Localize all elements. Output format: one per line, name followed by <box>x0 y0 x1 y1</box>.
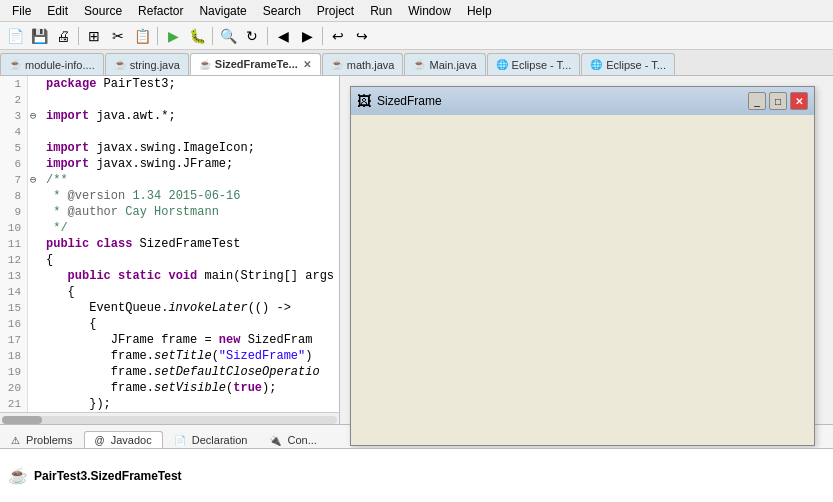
code-editor[interactable]: 1 package PairTest3; 2 3 ⊖ import java.a… <box>0 76 339 424</box>
line-number: 7 <box>0 172 28 188</box>
bottom-tabbar: ⚠ Problems @ Javadoc 📄 Declaration 🔌 Con… <box>0 425 833 449</box>
print-button[interactable]: 🖨 <box>52 25 74 47</box>
line-number: 10 <box>0 220 28 236</box>
bottom-panel: ⚠ Problems @ Javadoc 📄 Declaration 🔌 Con… <box>0 424 833 502</box>
line-number: 13 <box>0 268 28 284</box>
code-line-7: 7 ⊖ /** <box>0 172 339 188</box>
line-content: frame.setDefaultCloseOperatio <box>42 364 339 380</box>
menu-project[interactable]: Project <box>309 2 362 20</box>
tab-console[interactable]: 🔌 Con... <box>258 431 327 448</box>
tab-eclipse-1[interactable]: 🌐 Eclipse - T... <box>487 53 581 75</box>
scrollbar-thumb[interactable] <box>2 416 42 424</box>
code-line-1: 1 package PairTest3; <box>0 76 339 92</box>
tab-problems[interactable]: ⚠ Problems <box>0 431 84 448</box>
code-line-11: 11 public class SizedFrameTest <box>0 236 339 252</box>
code-area[interactable]: 1 package PairTest3; 2 3 ⊖ import java.a… <box>0 76 339 412</box>
tab-console-label: Con... <box>288 434 317 446</box>
redo-button[interactable]: ↪ <box>351 25 373 47</box>
class-icon: ☕ <box>8 466 28 485</box>
menu-search[interactable]: Search <box>255 2 309 20</box>
tab-javadoc[interactable]: @ Javadoc <box>84 431 163 448</box>
code-line-14: 14 { <box>0 284 339 300</box>
tab-sizedframetest[interactable]: ☕ SizedFrameTe... ✕ <box>190 53 321 75</box>
java-file-icon: ☕ <box>331 59 343 70</box>
tab-declaration[interactable]: 📄 Declaration <box>163 431 259 448</box>
copy-button[interactable]: ⊞ <box>83 25 105 47</box>
swing-window-title: SizedFrame <box>377 94 442 108</box>
run-button[interactable]: ▶ <box>162 25 184 47</box>
line-number: 14 <box>0 284 28 300</box>
swing-window-controls: _ □ ✕ <box>748 92 808 110</box>
menu-help[interactable]: Help <box>459 2 500 20</box>
line-content: */ <box>42 220 339 236</box>
code-line-8: 8 * @version 1.34 2015-06-16 <box>0 188 339 204</box>
toolbar-separator-3 <box>212 27 213 45</box>
line-content: { <box>42 252 339 268</box>
code-line-20: 20 frame.setVisible(true); <box>0 380 339 396</box>
code-line-4: 4 <box>0 124 339 140</box>
new-button[interactable]: 📄 <box>4 25 26 47</box>
menu-edit[interactable]: Edit <box>39 2 76 20</box>
tab-javadoc-label: Javadoc <box>111 434 152 446</box>
code-line-5: 5 import javax.swing.ImageIcon; <box>0 140 339 156</box>
line-content: import java.awt.*; <box>42 108 339 124</box>
undo-button[interactable]: ↩ <box>327 25 349 47</box>
search-button[interactable]: 🔍 <box>217 25 239 47</box>
toolbar-separator-4 <box>267 27 268 45</box>
tab-string-java[interactable]: ☕ string.java <box>105 53 189 75</box>
line-content: EventQueue.invokeLater(() -> <box>42 300 339 316</box>
code-line-10: 10 */ <box>0 220 339 236</box>
fold-arrow[interactable]: ⊖ <box>28 108 42 124</box>
menu-refactor[interactable]: Refactor <box>130 2 191 20</box>
tab-label: Eclipse - T... <box>512 59 572 71</box>
scrollbar-track <box>2 416 337 424</box>
swing-close-button[interactable]: ✕ <box>790 92 808 110</box>
menu-bar: File Edit Source Refactor Navigate Searc… <box>0 0 833 22</box>
editor-tabbar: ☕ module-info.... ☕ string.java ☕ SizedF… <box>0 50 833 76</box>
paste-button[interactable]: 📋 <box>131 25 153 47</box>
class-name-label: PairTest3.SizedFrameTest <box>34 469 182 483</box>
line-content: import javax.swing.ImageIcon; <box>42 140 339 156</box>
back-button[interactable]: ◀ <box>272 25 294 47</box>
menu-run[interactable]: Run <box>362 2 400 20</box>
swing-titlebar: 🖼 SizedFrame _ □ ✕ <box>351 87 814 115</box>
tab-close-icon[interactable]: ✕ <box>302 59 312 70</box>
console-icon: 🔌 <box>269 435 281 446</box>
line-content: }); <box>42 396 339 412</box>
java-file-icon: ☕ <box>413 59 425 70</box>
tab-eclipse-2[interactable]: 🌐 Eclipse - T... <box>581 53 675 75</box>
line-content: { <box>42 284 339 300</box>
refresh-button[interactable]: ↻ <box>241 25 263 47</box>
line-number: 12 <box>0 252 28 268</box>
tab-main-java[interactable]: ☕ Main.java <box>404 53 485 75</box>
tab-problems-label: Problems <box>26 434 72 446</box>
cut-button[interactable]: ✂ <box>107 25 129 47</box>
menu-window[interactable]: Window <box>400 2 459 20</box>
menu-source[interactable]: Source <box>76 2 130 20</box>
code-line-12: 12 { <box>0 252 339 268</box>
tab-label: math.java <box>347 59 395 71</box>
tab-math-java[interactable]: ☕ math.java <box>322 53 404 75</box>
menu-navigate[interactable]: Navigate <box>191 2 254 20</box>
line-number: 20 <box>0 380 28 396</box>
swing-window-icon: 🖼 <box>357 93 371 109</box>
horizontal-scrollbar[interactable] <box>0 412 339 424</box>
java-file-icon: ☕ <box>9 59 21 70</box>
swing-maximize-button[interactable]: □ <box>769 92 787 110</box>
line-content: * @author Cay Horstmann <box>42 204 339 220</box>
browser-icon: 🌐 <box>496 59 508 70</box>
save-button[interactable]: 💾 <box>28 25 50 47</box>
code-line-16: 16 { <box>0 316 339 332</box>
debug-button[interactable]: 🐛 <box>186 25 208 47</box>
tab-declaration-label: Declaration <box>192 434 248 446</box>
tab-module-info[interactable]: ☕ module-info.... <box>0 53 104 75</box>
fold-arrow[interactable]: ⊖ <box>28 172 42 188</box>
line-content: /** <box>42 172 339 188</box>
menu-file[interactable]: File <box>4 2 39 20</box>
tab-label: string.java <box>130 59 180 71</box>
line-number: 1 <box>0 76 28 92</box>
forward-button[interactable]: ▶ <box>296 25 318 47</box>
problems-icon: ⚠ <box>11 435 20 446</box>
swing-minimize-button[interactable]: _ <box>748 92 766 110</box>
javadoc-icon: @ <box>95 435 105 446</box>
